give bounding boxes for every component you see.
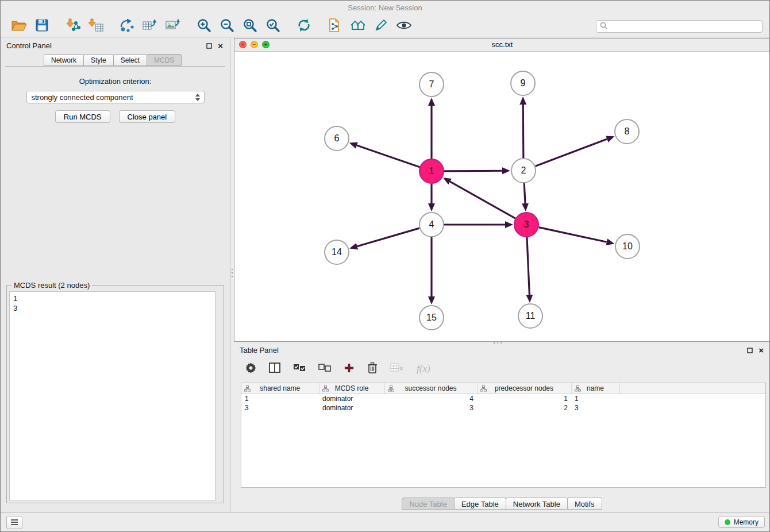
node-6[interactable]: 6 [325, 126, 349, 151]
close-panel-button[interactable]: Close panel [119, 110, 176, 123]
node-14[interactable]: 14 [325, 240, 349, 264]
column-settings-button[interactable] [245, 363, 256, 376]
table-export-icon [143, 18, 157, 34]
edge-3-10[interactable] [539, 228, 607, 242]
show-hide-graphics-button[interactable] [392, 17, 415, 36]
tab-mcds[interactable]: MCDS [147, 54, 182, 66]
edge-3-1[interactable] [450, 182, 515, 218]
table-cell[interactable]: 1 [241, 394, 319, 404]
deselect-all-columns-button[interactable] [318, 364, 331, 375]
network-canvas[interactable]: 7968124314101511 [234, 51, 770, 341]
edge-2-8[interactable] [536, 139, 607, 166]
edge-1-6[interactable] [357, 145, 419, 167]
table-panel: Table Panel × f(x) shared nameMCDS roles… [234, 344, 770, 510]
save-session-button[interactable] [30, 17, 53, 36]
folder-open-icon [11, 19, 26, 34]
zoom-in-button[interactable] [192, 17, 215, 36]
close-table-panel-icon[interactable]: × [759, 346, 764, 354]
window-minimize-icon[interactable]: − [251, 41, 258, 48]
table-cell[interactable]: dominator [319, 403, 384, 413]
node-9[interactable]: 9 [511, 71, 535, 95]
tab-node-table[interactable]: Node Table [402, 498, 455, 510]
new-network-from-selection-button[interactable] [116, 17, 138, 36]
table-cell[interactable]: dominator [319, 394, 384, 404]
import-network-from-file-button[interactable] [61, 17, 84, 36]
table-cell[interactable]: 1 [477, 394, 571, 404]
node-table: shared nameMCDS rolesuccessor nodesprede… [241, 383, 765, 413]
table-cell[interactable]: 3 [241, 403, 319, 413]
import-table-from-file-button[interactable] [84, 17, 107, 36]
mcds-result-item[interactable]: 3 [13, 303, 211, 313]
mcds-result-item[interactable]: 1 [13, 294, 211, 303]
window-close-icon[interactable]: × [239, 41, 247, 48]
node-4[interactable]: 4 [419, 213, 444, 237]
search-box[interactable] [596, 20, 763, 33]
window-zoom-icon[interactable]: + [262, 41, 270, 48]
export-image-button[interactable] [161, 17, 184, 36]
mcds-result-list[interactable]: 13 [9, 291, 215, 500]
table-row[interactable]: 1dominator411 [241, 394, 765, 404]
node-15[interactable]: 15 [419, 306, 444, 330]
tab-edge-table[interactable]: Edge Table [454, 498, 506, 510]
node-2[interactable]: 2 [511, 159, 536, 183]
tab-motifs[interactable]: Motifs [567, 498, 602, 510]
zoom-out-button[interactable] [215, 17, 238, 36]
column-header-name[interactable]: name [571, 383, 619, 394]
toggle-panel-layout-button[interactable] [269, 363, 280, 375]
tab-network-table[interactable]: Network Table [506, 498, 568, 510]
node-7[interactable]: 7 [419, 72, 444, 97]
edge-2-3[interactable] [524, 183, 525, 203]
edge-2-9[interactable] [523, 105, 523, 158]
open-session-button[interactable] [7, 17, 30, 36]
node-3[interactable]: 3 [514, 213, 538, 237]
criterion-select[interactable]: strongly connected component [26, 91, 205, 103]
edge-4-14[interactable] [357, 228, 419, 246]
node-1[interactable]: 1 [419, 159, 444, 183]
task-history-button[interactable] [6, 516, 22, 529]
network-graph[interactable]: 7968124314101511 [234, 51, 770, 342]
annotation-mode-button[interactable] [369, 17, 392, 36]
node-11[interactable]: 11 [518, 304, 542, 328]
table-row[interactable]: 3dominator323 [241, 403, 765, 413]
tab-network[interactable]: Network [44, 54, 84, 66]
table-cell[interactable]: 3 [571, 403, 619, 413]
delete-column-button[interactable] [367, 362, 378, 376]
search-input[interactable] [610, 22, 762, 31]
main-toolbar [1, 16, 769, 37]
node-label: 11 [526, 311, 536, 321]
table-panel-header: Table Panel × [234, 344, 770, 357]
column-header-shared-name[interactable]: shared name [241, 383, 319, 394]
tab-select[interactable]: Select [113, 54, 147, 66]
network-window-titlebar: × − + scc.txt [234, 38, 770, 52]
run-mcds-button[interactable]: Run MCDS [55, 110, 110, 123]
column-header-predecessor-nodes[interactable]: predecessor nodes [477, 383, 571, 394]
node-10[interactable]: 10 [615, 234, 640, 259]
table-cell[interactable]: 2 [477, 403, 571, 413]
apply-layout-button[interactable] [292, 17, 315, 36]
zoom-selected-button[interactable] [261, 17, 284, 36]
node-8[interactable]: 8 [615, 119, 639, 144]
edge-1-2[interactable] [444, 171, 502, 171]
column-header-successor-nodes[interactable]: successor nodes [384, 383, 477, 394]
show-overview-button[interactable] [346, 17, 369, 36]
zoom-fit-content-button[interactable] [238, 17, 261, 36]
column-header-MCDS-role[interactable]: MCDS role [319, 383, 384, 394]
table-cell[interactable]: 1 [571, 394, 619, 404]
select-all-columns-button[interactable] [293, 364, 306, 375]
mcds-tab-content: Optimization criterion: strongly connect… [5, 66, 225, 508]
float-table-panel-icon[interactable] [747, 348, 753, 353]
control-panel: Control Panel × NetworkStyleSelectMCDS O… [1, 38, 230, 514]
memory-button[interactable]: Memory [718, 516, 765, 528]
float-panel-icon[interactable] [206, 43, 212, 49]
close-panel-icon[interactable]: × [218, 42, 223, 50]
network-document-button[interactable] [324, 17, 346, 36]
table-cell[interactable]: 3 [384, 403, 477, 413]
column-header-label: successor nodes [405, 384, 456, 392]
tab-style[interactable]: Style [83, 54, 114, 66]
table-cell[interactable]: 4 [384, 394, 477, 404]
create-column-button[interactable] [344, 363, 355, 376]
status-bar: Memory [1, 512, 769, 531]
export-table-button[interactable] [138, 17, 161, 36]
optimization-criterion-label: Optimization criterion: [5, 77, 225, 86]
edge-3-11[interactable] [527, 237, 529, 295]
